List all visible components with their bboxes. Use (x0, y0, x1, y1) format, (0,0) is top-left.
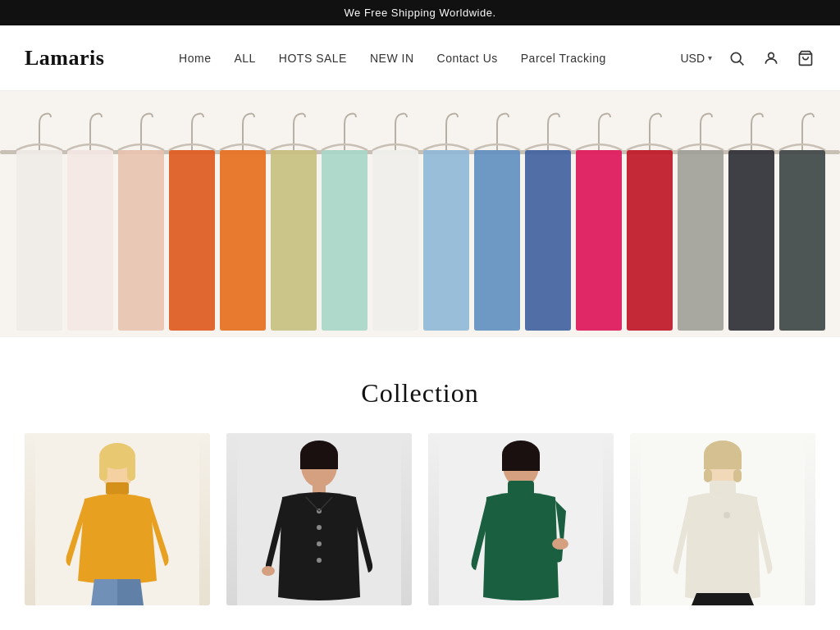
svg-rect-19 (322, 150, 368, 331)
svg-point-53 (317, 558, 322, 563)
svg-rect-15 (220, 150, 266, 331)
svg-rect-34 (678, 150, 724, 331)
svg-rect-30 (576, 150, 622, 331)
hero-banner (0, 91, 840, 337)
svg-point-52 (317, 541, 322, 546)
svg-point-60 (552, 538, 568, 550)
product-card-4[interactable] (630, 433, 815, 605)
svg-point-68 (724, 512, 730, 518)
svg-rect-11 (118, 150, 164, 331)
header: Lamaris Home ALL HOTS SALE NEW IN Contac… (0, 25, 840, 91)
svg-point-51 (317, 525, 322, 530)
cart-icon (797, 50, 814, 66)
svg-rect-44 (106, 482, 129, 495)
nav-item-home[interactable]: Home (179, 52, 211, 65)
svg-rect-7 (16, 150, 62, 331)
search-button[interactable] (727, 48, 746, 68)
announcement-bar: We Free Shipping Worldwide. (0, 0, 840, 25)
account-button[interactable] (761, 48, 781, 68)
svg-rect-42 (99, 456, 107, 481)
collection-section: Collection (0, 337, 840, 630)
svg-rect-38 (779, 150, 825, 331)
svg-rect-36 (728, 150, 774, 331)
svg-line-1 (740, 61, 744, 65)
nav-item-contact-us[interactable]: Contact Us (437, 52, 498, 65)
chevron-down-icon: ▾ (708, 53, 712, 62)
product-image-4 (630, 433, 815, 605)
hero-clothes-rack (0, 91, 840, 337)
svg-rect-43 (127, 456, 135, 481)
svg-rect-32 (627, 150, 673, 331)
svg-rect-27 (525, 150, 571, 331)
product-image-2 (226, 433, 412, 605)
currency-label: USD (680, 52, 705, 65)
svg-rect-21 (372, 150, 418, 331)
nav-item-hots-sale[interactable]: HOTS SALE (279, 52, 347, 65)
main-nav: Home ALL HOTS SALE NEW IN Contact Us Par… (179, 52, 606, 65)
announcement-text: We Free Shipping Worldwide. (345, 7, 496, 19)
product-card-3[interactable] (428, 433, 614, 605)
nav-item-parcel-tracking[interactable]: Parcel Tracking (521, 52, 606, 65)
product-image-1 (25, 433, 210, 605)
product-image-3 (428, 433, 614, 605)
svg-point-54 (262, 566, 275, 576)
product-card-2[interactable] (226, 433, 412, 605)
product-figure-1 (25, 433, 210, 605)
svg-rect-64 (704, 454, 742, 469)
product-figure-4 (630, 433, 815, 605)
product-figure-2 (226, 433, 412, 605)
svg-rect-66 (733, 469, 742, 482)
product-figure-3 (428, 433, 614, 605)
search-icon (728, 50, 745, 66)
svg-rect-65 (704, 469, 712, 482)
currency-selector[interactable]: USD ▾ (680, 52, 712, 65)
nav-item-all[interactable]: ALL (234, 52, 255, 65)
svg-rect-58 (502, 454, 540, 471)
svg-rect-13 (169, 150, 215, 331)
cart-button[interactable] (796, 48, 815, 68)
svg-rect-23 (423, 150, 469, 331)
svg-rect-9 (67, 150, 113, 331)
svg-rect-25 (474, 150, 520, 331)
nav-item-new-in[interactable]: NEW IN (370, 52, 414, 65)
product-card-1[interactable] (25, 433, 210, 605)
collection-title: Collection (25, 378, 815, 409)
svg-point-2 (769, 52, 774, 58)
header-actions: USD ▾ (680, 48, 815, 68)
svg-point-0 (731, 52, 741, 62)
logo[interactable]: Lamaris (25, 46, 104, 71)
svg-rect-17 (271, 150, 317, 331)
account-icon (763, 50, 779, 66)
svg-rect-48 (300, 454, 338, 469)
collection-grid (25, 433, 815, 605)
